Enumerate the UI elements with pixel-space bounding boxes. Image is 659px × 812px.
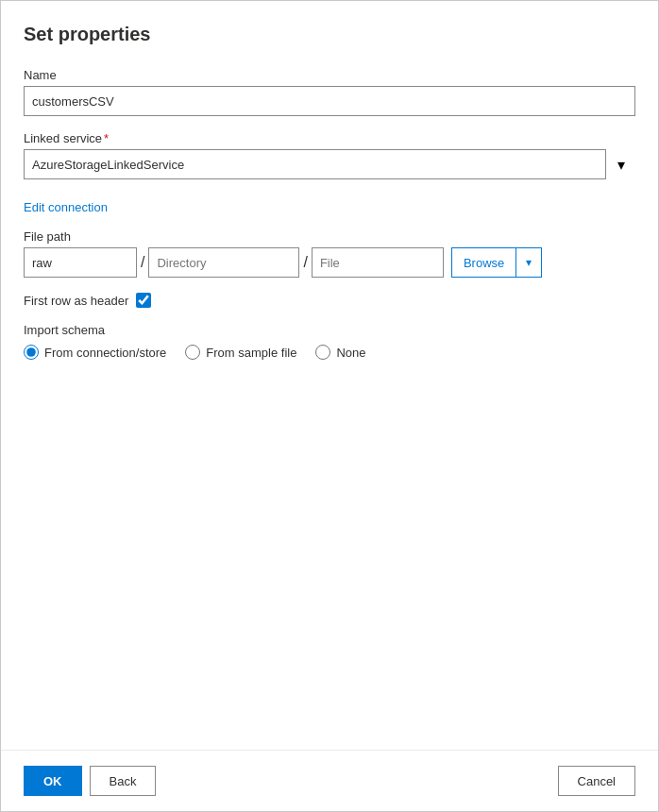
linked-service-row: AzureStorageLinkedService ▾ (24, 149, 635, 179)
footer-left-buttons: OK Back (24, 766, 156, 796)
radio-none-input[interactable] (315, 345, 330, 360)
linked-service-label: Linked service* (24, 131, 635, 145)
file-path-directory-input[interactable] (148, 247, 299, 278)
import-schema-label: Import schema (24, 323, 635, 337)
path-separator-1: / (137, 247, 148, 278)
radio-connection-input[interactable] (24, 345, 39, 360)
import-schema-group: Import schema From connection/store From… (24, 323, 635, 360)
name-input[interactable] (24, 86, 635, 116)
dialog-footer: OK Back Cancel (1, 750, 658, 811)
radio-sample-file-option[interactable]: From sample file (185, 345, 296, 360)
dialog-title: Set properties (24, 24, 635, 45)
file-path-group: File path / / Browse ▾ (24, 229, 635, 278)
radio-sample-file-input[interactable] (185, 345, 200, 360)
edit-connection-link[interactable]: Edit connection (24, 200, 108, 214)
dialog-body: Set properties Name Linked service* Azur… (1, 1, 658, 750)
browse-button[interactable]: Browse (451, 247, 515, 278)
first-row-header-checkbox[interactable] (136, 293, 151, 308)
first-row-header-label: First row as header (24, 294, 128, 308)
radio-none-label: None (336, 346, 365, 360)
file-path-container-input[interactable] (24, 247, 137, 278)
set-properties-dialog: Set properties Name Linked service* Azur… (0, 0, 659, 812)
back-button[interactable]: Back (90, 766, 157, 796)
cancel-button[interactable]: Cancel (558, 766, 635, 796)
browse-dropdown-button[interactable]: ▾ (515, 247, 542, 278)
linked-service-select-wrapper: AzureStorageLinkedService ▾ (24, 149, 635, 179)
radio-connection-option[interactable]: From connection/store (24, 345, 166, 360)
path-separator-2: / (299, 247, 311, 278)
import-schema-radio-row: From connection/store From sample file N… (24, 345, 635, 360)
radio-sample-file-label: From sample file (206, 346, 296, 360)
name-label: Name (24, 68, 635, 82)
linked-service-group: Linked service* AzureStorageLinkedServic… (24, 131, 635, 179)
file-path-row: / / Browse ▾ (24, 247, 635, 278)
name-group: Name (24, 68, 635, 116)
ok-button[interactable]: OK (24, 766, 82, 796)
radio-connection-label: From connection/store (44, 346, 166, 360)
file-path-file-input[interactable] (312, 247, 444, 278)
browse-btn-group: Browse ▾ (451, 247, 542, 278)
browse-dropdown-arrow-icon: ▾ (526, 256, 532, 269)
file-path-label: File path (24, 229, 635, 244)
radio-none-option[interactable]: None (315, 345, 365, 360)
linked-service-select[interactable]: AzureStorageLinkedService (24, 149, 635, 179)
first-row-header-row: First row as header (24, 293, 635, 308)
